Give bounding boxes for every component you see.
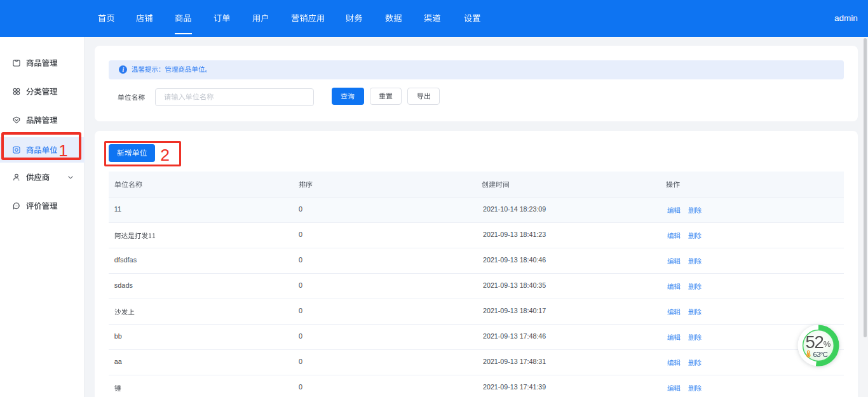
svg-text:%: % bbox=[824, 339, 831, 348]
svg-text:i: i bbox=[122, 67, 124, 73]
svg-text:52: 52 bbox=[806, 332, 824, 351]
svg-text:63°C: 63°C bbox=[813, 350, 828, 358]
